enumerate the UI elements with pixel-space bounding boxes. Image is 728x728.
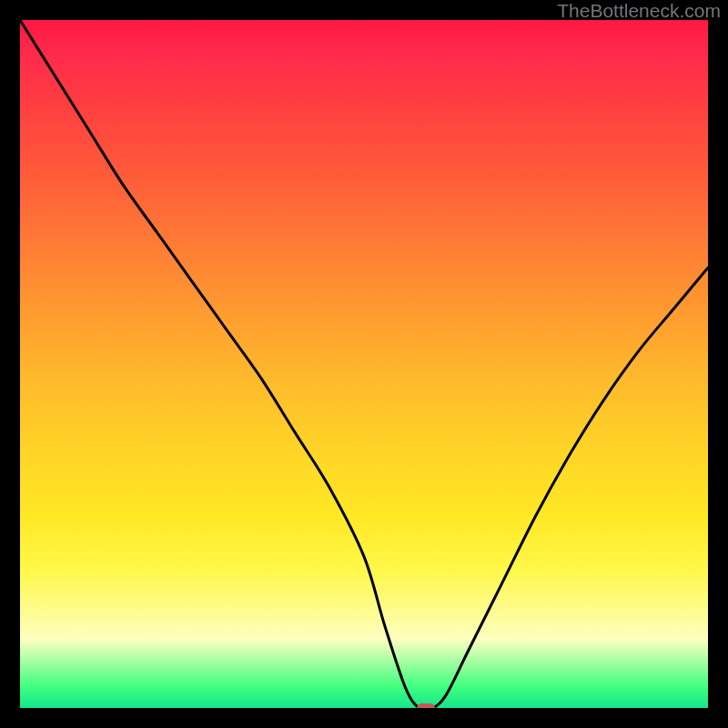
watermark: TheBottleneck.com (557, 0, 721, 22)
marker-point (417, 703, 435, 708)
plot-area (20, 20, 708, 708)
bottleneck-curve (20, 20, 708, 708)
chart-frame: TheBottleneck.com (0, 0, 728, 728)
curve-svg (20, 20, 708, 708)
